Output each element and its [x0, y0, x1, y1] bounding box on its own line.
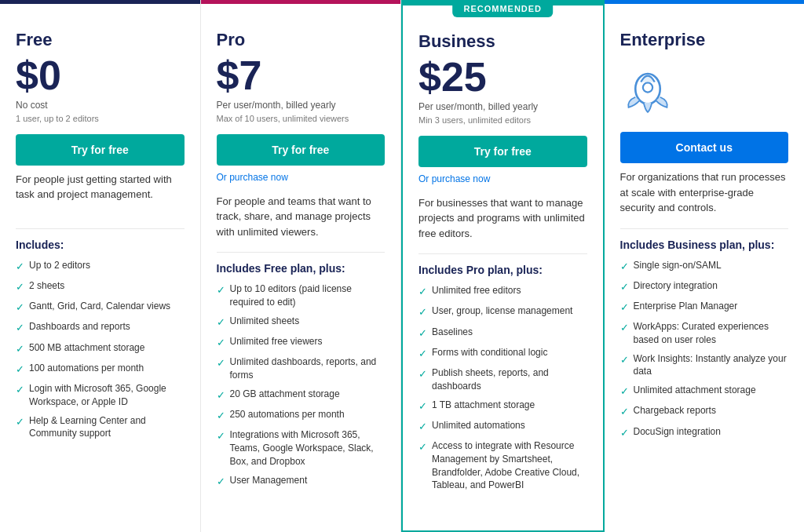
- cta-button-enterprise[interactable]: Contact us: [620, 132, 789, 163]
- plan-price-pro: $7: [217, 55, 386, 96]
- plan-price-business: $25: [418, 56, 587, 97]
- plan-price-free: $0: [16, 55, 185, 96]
- feature-text: Single sign-on/SAML: [634, 259, 722, 272]
- divider-business: [418, 253, 587, 254]
- check-icon: ✓: [16, 321, 24, 335]
- feature-text: Integrations with Microsoft 365, Teams, …: [230, 428, 386, 468]
- feature-item: ✓ DocuSign integration: [620, 425, 789, 440]
- feature-item: ✓ 20 GB attachment storage: [217, 388, 386, 403]
- feature-item: ✓ Chargeback reports: [620, 404, 789, 419]
- check-icon: ✓: [217, 429, 225, 443]
- feature-text: Access to integrate with Resource Manage…: [432, 439, 587, 492]
- check-icon: ✓: [418, 420, 427, 434]
- plan-billing-free: No cost: [16, 99, 185, 112]
- feature-item: ✓ Up to 2 editors: [16, 259, 185, 274]
- feature-text: Unlimited free viewers: [230, 335, 323, 348]
- feature-text: DocuSign integration: [634, 425, 721, 439]
- recommended-badge: RECOMMENDED: [452, 0, 553, 17]
- feature-text: Help & Learning Center and Community sup…: [29, 414, 185, 441]
- check-icon: ✓: [418, 440, 427, 454]
- feature-item: ✓ Unlimited sheets: [217, 315, 386, 330]
- feature-item: ✓ Login with Microsoft 365, Google Works…: [16, 382, 185, 409]
- cta-button-business[interactable]: Try for free: [418, 136, 587, 167]
- feature-text: Unlimited sheets: [230, 315, 300, 328]
- check-icon: ✓: [418, 399, 427, 414]
- feature-text: 500 MB attachment storage: [29, 341, 144, 355]
- feature-item: ✓ Integrations with Microsoft 365, Teams…: [217, 428, 386, 468]
- check-icon: ✓: [620, 260, 629, 274]
- feature-item: ✓ Up to 10 editors (paid license require…: [217, 282, 386, 309]
- feature-item: ✓ User, group, license management: [418, 304, 587, 319]
- feature-item: ✓ 250 automations per month: [217, 408, 386, 423]
- includes-title-pro: Includes Free plan, plus:: [217, 262, 386, 275]
- feature-text: Chargeback reports: [634, 404, 716, 417]
- rocket-icon: [620, 63, 675, 118]
- feature-item: ✓ Gantt, Grid, Card, Calendar views: [16, 300, 185, 315]
- check-icon: ✓: [620, 384, 629, 399]
- purchase-link-business[interactable]: Or purchase now: [418, 173, 587, 184]
- feature-item: ✓ 1 TB attachment storage: [418, 399, 587, 414]
- svg-point-1: [642, 82, 652, 92]
- check-icon: ✓: [16, 301, 24, 315]
- check-icon: ✓: [418, 326, 427, 341]
- feature-text: Up to 2 editors: [29, 259, 90, 272]
- feature-text: 2 sheets: [29, 279, 64, 293]
- feature-text: Directory integration: [634, 279, 718, 293]
- check-icon: ✓: [16, 280, 24, 294]
- check-icon: ✓: [217, 475, 225, 489]
- feature-item: ✓ WorkApps: Curated experiences based on…: [620, 320, 789, 347]
- purchase-link-pro[interactable]: Or purchase now: [217, 172, 386, 183]
- check-icon: ✓: [16, 415, 24, 429]
- feature-text: Unlimited attachment storage: [634, 384, 756, 397]
- plan-name-enterprise: Enterprise: [620, 30, 789, 50]
- feature-text: User, group, license management: [432, 304, 572, 318]
- feature-item: ✓ Unlimited automations: [418, 419, 587, 434]
- check-icon: ✓: [418, 285, 427, 299]
- check-icon: ✓: [217, 315, 225, 330]
- check-icon: ✓: [620, 280, 629, 294]
- plan-card-business: RECOMMENDEDBusiness$25Per user/month, bi…: [401, 0, 605, 532]
- feature-text: Gantt, Grid, Card, Calendar views: [29, 300, 170, 313]
- check-icon: ✓: [620, 321, 629, 335]
- plan-card-enterprise: Enterprise Contact usFor organizations t…: [605, 0, 805, 532]
- check-icon: ✓: [620, 353, 629, 367]
- check-icon: ✓: [16, 260, 24, 274]
- plan-name-pro: Pro: [217, 30, 386, 50]
- cta-button-pro[interactable]: Try for free: [217, 134, 386, 166]
- plan-card-pro: Pro$7Per user/month, billed yearlyMax of…: [201, 0, 402, 532]
- plan-description-free: For people just getting started with tas…: [16, 172, 185, 216]
- feature-text: Work Insights: Instantly analyze your da…: [634, 352, 789, 379]
- feature-text: Forms with conditional logic: [432, 346, 547, 359]
- check-icon: ✓: [217, 409, 225, 423]
- feature-text: WorkApps: Curated experiences based on u…: [634, 320, 789, 347]
- plan-billing-sub-pro: Max of 10 users, unlimited viewers: [217, 114, 386, 123]
- check-icon: ✓: [16, 363, 24, 377]
- divider-pro: [217, 252, 386, 253]
- top-bar-pro: [201, 0, 401, 4]
- top-bar-enterprise: [605, 0, 805, 4]
- feature-text: Login with Microsoft 365, Google Workspa…: [29, 382, 185, 409]
- check-icon: ✓: [620, 301, 629, 315]
- feature-item: ✓ Baselines: [418, 326, 587, 341]
- feature-item: ✓ Unlimited free editors: [418, 284, 587, 299]
- feature-text: Unlimited automations: [432, 419, 525, 432]
- feature-item: ✓ User Management: [217, 474, 386, 489]
- check-icon: ✓: [418, 347, 427, 361]
- plan-description-business: For businesses that want to manage proje…: [418, 195, 587, 242]
- feature-item: ✓ 500 MB attachment storage: [16, 341, 185, 356]
- check-icon: ✓: [16, 342, 24, 356]
- cta-button-free[interactable]: Try for free: [16, 134, 185, 166]
- feature-item: ✓ Enterprise Plan Manager: [620, 300, 789, 315]
- check-icon: ✓: [418, 305, 427, 319]
- top-bar-free: [0, 0, 200, 4]
- feature-list-enterprise: ✓ Single sign-on/SAML ✓ Directory integr…: [620, 259, 789, 440]
- feature-item: ✓ Unlimited free viewers: [217, 335, 386, 350]
- pricing-container: Free$0No cost1 user, up to 2 editorsTry …: [0, 0, 804, 532]
- feature-item: ✓ Unlimited attachment storage: [620, 384, 789, 399]
- plan-billing-business: Per user/month, billed yearly: [418, 100, 587, 114]
- feature-item: ✓ Single sign-on/SAML: [620, 259, 789, 274]
- feature-text: Dashboards and reports: [29, 320, 130, 333]
- plan-billing-pro: Per user/month, billed yearly: [217, 99, 386, 112]
- plan-billing-sub-free: 1 user, up to 2 editors: [16, 114, 185, 123]
- check-icon: ✓: [418, 367, 427, 381]
